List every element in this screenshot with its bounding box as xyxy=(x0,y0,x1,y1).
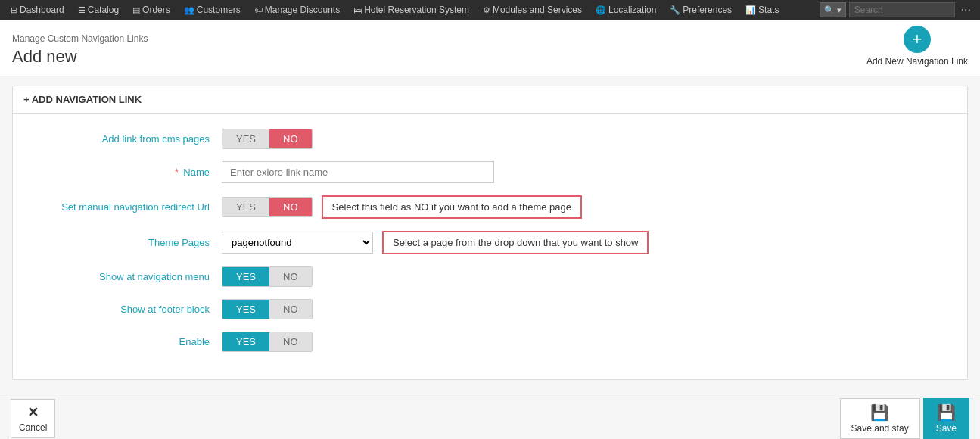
nav-manage-discounts[interactable]: 🏷 Manage Discounts xyxy=(248,0,346,20)
search-input[interactable] xyxy=(849,2,955,17)
theme-pages-select[interactable]: pagenotfound home contact about category xyxy=(222,232,373,254)
nav-menu-yes-button[interactable]: YES xyxy=(222,267,269,286)
add-icon: + xyxy=(904,26,931,53)
nav-hotel[interactable]: 🛏 Hotel Reservation System xyxy=(347,0,475,20)
enable-row: Enable YES NO xyxy=(25,332,955,352)
manual-redirect-label: Set manual navigation redirect Url xyxy=(25,201,222,213)
nav-modules[interactable]: ⚙ Modules and Services xyxy=(477,0,588,20)
top-navigation: ⊞ Dashboard ☰ Catalog ▤ Orders 👥 Custome… xyxy=(0,0,980,20)
preferences-icon: 🔧 xyxy=(670,5,680,15)
hotel-icon: 🛏 xyxy=(353,5,362,14)
dashboard-icon: ⊞ xyxy=(11,5,17,15)
page-header: Manage Custom Navigation Links Add new +… xyxy=(0,20,980,76)
more-options-button[interactable]: ··· xyxy=(957,3,975,17)
name-label: * Name xyxy=(25,167,222,178)
cms-pages-yes-button[interactable]: YES xyxy=(222,129,269,148)
theme-pages-row: Theme Pages pagenotfound home contact ab… xyxy=(25,231,955,254)
manual-redirect-no-button[interactable]: NO xyxy=(269,198,312,216)
nav-menu-label: Show at navigation menu xyxy=(25,271,222,282)
search-dropdown-button[interactable]: 🔍 ▾ xyxy=(820,2,846,17)
nav-menu-toggle: YES NO xyxy=(222,266,313,287)
cms-pages-label: Add link from cms pages xyxy=(25,133,222,145)
enable-label: Enable xyxy=(25,336,222,347)
nav-catalog[interactable]: ☰ Catalog xyxy=(72,0,125,20)
footer-block-toggle: YES NO xyxy=(222,299,313,319)
nav-dashboard[interactable]: ⊞ Dashboard xyxy=(5,0,70,20)
customers-icon: 👥 xyxy=(184,5,194,15)
localization-icon: 🌐 xyxy=(596,5,606,15)
main-content: + ADD NAVIGATION LINK Add link from cms … xyxy=(0,76,980,389)
nav-orders[interactable]: ▤ Orders xyxy=(126,0,176,20)
cms-pages-no-button[interactable]: NO xyxy=(269,129,312,148)
stats-icon: 📊 xyxy=(745,5,756,15)
add-navigation-link-card: + ADD NAVIGATION LINK Add link from cms … xyxy=(12,86,968,380)
cms-pages-toggle: YES NO xyxy=(222,129,313,149)
search-area: 🔍 ▾ xyxy=(820,2,955,17)
nav-stats[interactable]: 📊 Stats xyxy=(739,0,785,20)
card-body: Add link from cms pages YES NO * Name Se… xyxy=(13,114,967,379)
enable-toggle: YES NO xyxy=(222,332,313,352)
breadcrumb: Manage Custom Navigation Links xyxy=(12,33,148,44)
manual-redirect-annotation: Select this field as NO if you want to a… xyxy=(322,195,583,219)
modules-icon: ⚙ xyxy=(483,5,490,15)
footer-block-label: Show at footer block xyxy=(25,304,222,315)
nav-menu-row: Show at navigation menu YES NO xyxy=(25,266,955,287)
footer-block-yes-button[interactable]: YES xyxy=(222,300,269,319)
enable-no-button[interactable]: NO xyxy=(269,332,312,351)
nav-customers[interactable]: 👥 Customers xyxy=(178,0,247,20)
footer-block-no-button[interactable]: NO xyxy=(269,300,312,319)
orders-icon: ▤ xyxy=(132,5,140,15)
theme-pages-label: Theme Pages xyxy=(25,237,222,248)
page-title: Add new xyxy=(12,47,148,67)
manual-redirect-toggle: YES NO xyxy=(222,197,313,217)
nav-menu-no-button[interactable]: NO xyxy=(269,267,312,286)
nav-localization[interactable]: 🌐 Localization xyxy=(590,0,662,20)
name-row: * Name xyxy=(25,161,955,183)
card-header: + ADD NAVIGATION LINK xyxy=(13,86,967,114)
catalog-icon: ☰ xyxy=(78,5,86,15)
manual-redirect-yes-button[interactable]: YES xyxy=(222,198,269,216)
name-input[interactable] xyxy=(222,161,494,183)
theme-pages-annotation: Select a page from the drop down that yo… xyxy=(382,231,649,254)
enable-yes-button[interactable]: YES xyxy=(222,332,269,351)
cms-pages-row: Add link from cms pages YES NO xyxy=(25,129,955,149)
discounts-icon: 🏷 xyxy=(254,5,263,14)
add-new-navigation-link-button[interactable]: + Add New Navigation Link xyxy=(866,26,968,67)
manual-redirect-row: Set manual navigation redirect Url YES N… xyxy=(25,195,955,219)
footer-block-row: Show at footer block YES NO xyxy=(25,299,955,319)
nav-preferences[interactable]: 🔧 Preferences xyxy=(664,0,738,20)
